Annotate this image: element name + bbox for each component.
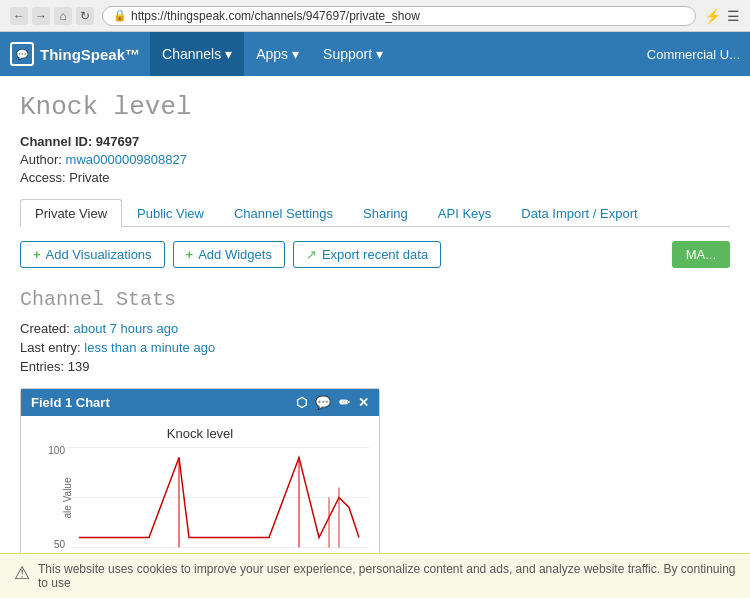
tab-public-view[interactable]: Public View	[122, 199, 219, 227]
last-entry-label: Last entry:	[20, 340, 81, 355]
comment-icon[interactable]: 💬	[315, 395, 331, 410]
channels-label: Channels	[162, 46, 221, 62]
entries-row: Entries: 139	[20, 359, 730, 374]
expand-icon[interactable]: ⬡	[296, 395, 307, 410]
chart-svg	[69, 445, 369, 550]
navbar-right: Commercial U...	[647, 47, 740, 62]
cookie-notice: ⚠ This website uses cookies to improve y…	[0, 553, 750, 598]
page-content: Knock level Channel ID: 947697 Author: m…	[0, 76, 750, 573]
add-visualizations-button[interactable]: + Add Visualizations	[20, 241, 165, 268]
add-visualizations-label: Add Visualizations	[46, 247, 152, 262]
access-row: Access: Private	[20, 170, 730, 185]
chart-header: Field 1 Chart ⬡ 💬 ✏ ✕	[21, 389, 379, 416]
apps-label: Apps	[256, 46, 288, 62]
navbar: 💬 ThingSpeak™ Channels ▾ Apps ▾ Support …	[0, 32, 750, 76]
entries-value: 139	[68, 359, 90, 374]
export-recent-data-button[interactable]: ↗ Export recent data	[293, 241, 441, 268]
plus-icon-vis: +	[33, 247, 41, 262]
last-entry-row: Last entry: less than a minute ago	[20, 340, 730, 355]
tab-sharing[interactable]: Sharing	[348, 199, 423, 227]
channel-stats-title: Channel Stats	[20, 288, 730, 311]
menu-icon[interactable]: ☰	[727, 8, 740, 24]
created-value[interactable]: about 7 hours ago	[74, 321, 179, 336]
browser-bar: ← → ⌂ ↻ 🔒 https://thingspeak.com/channel…	[0, 0, 750, 32]
channels-dropdown-icon: ▾	[225, 46, 232, 62]
action-buttons: + Add Visualizations + Add Widgets ↗ Exp…	[20, 241, 730, 268]
chart-card: Field 1 Chart ⬡ 💬 ✏ ✕ Knock level 100 50…	[20, 388, 380, 557]
channel-meta: Channel ID: 947697 Author: mwa0000009808…	[20, 134, 730, 185]
lock-icon: 🔒	[113, 9, 127, 22]
created-row: Created: about 7 hours ago	[20, 321, 730, 336]
lightning-icon: ⚡	[704, 8, 721, 24]
tab-api-keys[interactable]: API Keys	[423, 199, 506, 227]
channel-id-label: Channel ID:	[20, 134, 92, 149]
author-link[interactable]: mwa0000009808827	[66, 152, 187, 167]
chart-body: Knock level 100 50 ale Value	[21, 416, 379, 556]
author-label: Author:	[20, 152, 62, 167]
apps-dropdown-icon: ▾	[292, 46, 299, 62]
nav-item-support[interactable]: Support ▾	[311, 32, 395, 76]
tab-data-import-export[interactable]: Data Import / Export	[506, 199, 652, 227]
nav-item-apps[interactable]: Apps ▾	[244, 32, 311, 76]
chart-header-icons: ⬡ 💬 ✏ ✕	[296, 395, 369, 410]
add-widgets-label: Add Widgets	[198, 247, 272, 262]
back-button[interactable]: ←	[10, 7, 28, 25]
cookie-text: This website uses cookies to improve you…	[38, 562, 736, 590]
support-dropdown-icon: ▾	[376, 46, 383, 62]
forward-button[interactable]: →	[32, 7, 50, 25]
export-icon: ↗	[306, 247, 317, 262]
home-button[interactable]: ⌂	[54, 7, 72, 25]
access-label: Access:	[20, 170, 66, 185]
chart-title-text: Field 1 Chart	[31, 395, 110, 410]
browser-actions: ⚡ ☰	[704, 8, 740, 24]
export-label: Export recent data	[322, 247, 428, 262]
url-text: https://thingspeak.com/channels/947697/p…	[131, 9, 420, 23]
access-value: Private	[69, 170, 109, 185]
entries-label: Entries:	[20, 359, 64, 374]
last-entry-value[interactable]: less than a minute ago	[84, 340, 215, 355]
ma-label: MA...	[686, 247, 716, 262]
edit-icon[interactable]: ✏	[339, 395, 350, 410]
chart-inner-title: Knock level	[31, 426, 369, 441]
plus-icon-widget: +	[186, 247, 194, 262]
channel-id-row: Channel ID: 947697	[20, 134, 730, 149]
brand-icon: 💬	[10, 42, 34, 66]
nav-buttons: ← → ⌂ ↻	[10, 7, 94, 25]
url-bar[interactable]: 🔒 https://thingspeak.com/channels/947697…	[102, 6, 696, 26]
y-axis-label: ale Value	[62, 477, 73, 518]
support-label: Support	[323, 46, 372, 62]
channel-id-value: 947697	[96, 134, 139, 149]
page-title: Knock level	[20, 92, 730, 122]
created-label: Created:	[20, 321, 70, 336]
refresh-button[interactable]: ↻	[76, 7, 94, 25]
tab-private-view[interactable]: Private View	[20, 199, 122, 227]
tab-channel-settings[interactable]: Channel Settings	[219, 199, 348, 227]
author-row: Author: mwa0000009808827	[20, 152, 730, 167]
close-icon[interactable]: ✕	[358, 395, 369, 410]
y-label-50: 50	[54, 539, 65, 550]
cookie-icon: ⚠	[14, 562, 30, 584]
tabs: Private View Public View Channel Setting…	[20, 199, 730, 227]
y-label-100: 100	[48, 445, 65, 456]
add-widgets-button[interactable]: + Add Widgets	[173, 241, 285, 268]
brand-text: ThingSpeak™	[40, 46, 140, 63]
ma-button[interactable]: MA...	[672, 241, 730, 268]
brand[interactable]: 💬 ThingSpeak™	[10, 42, 140, 66]
nav-item-channels[interactable]: Channels ▾	[150, 32, 244, 76]
